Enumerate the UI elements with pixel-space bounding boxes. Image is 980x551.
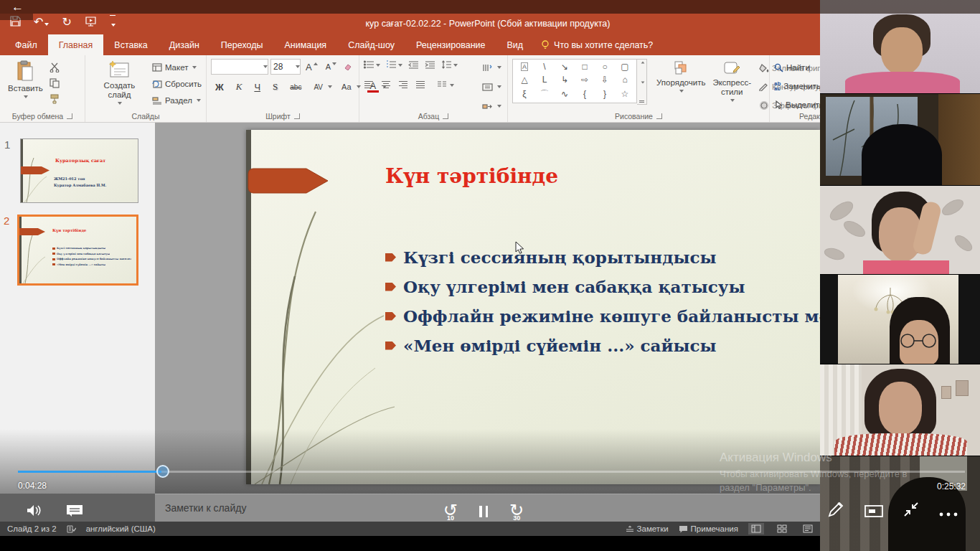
- tell-me-box[interactable]: Что вы хотите сделать?: [534, 34, 660, 55]
- pause-button[interactable]: [479, 506, 488, 517]
- shape-icon[interactable]: ↘: [561, 62, 568, 72]
- tab-file[interactable]: Файл: [4, 34, 48, 55]
- spellcheck-icon[interactable]: [67, 524, 76, 533]
- align-right-button[interactable]: [398, 79, 408, 92]
- increase-indent-button[interactable]: [425, 59, 435, 72]
- underline-button[interactable]: Ч: [251, 81, 263, 93]
- font-name-combo[interactable]: [211, 59, 268, 75]
- new-slide-button[interactable]: Создать слайд: [90, 59, 149, 108]
- arrange-button[interactable]: Упорядочить: [653, 59, 709, 113]
- shape-icon[interactable]: ○: [602, 62, 607, 72]
- reading-view-button[interactable]: [800, 523, 816, 534]
- shapes-gallery-scrollbar[interactable]: [637, 59, 647, 105]
- select-button[interactable]: Выделить: [774, 97, 820, 113]
- current-slide[interactable]: Күн тәртібінде Күзгі сессияның қорытынды…: [246, 130, 820, 484]
- shape-icon[interactable]: ☆: [621, 89, 629, 99]
- rewind-10-button[interactable]: ↺10: [443, 502, 458, 518]
- slide-body-text[interactable]: Күзгі сессияның қорытындысы Оқу үлгерімі…: [385, 242, 820, 360]
- slide1-thumbnail[interactable]: Кураторлық сағат ЖМ21-012 топ Куратор Ал…: [20, 138, 138, 203]
- decrease-indent-button[interactable]: [408, 59, 419, 72]
- quick-styles-button[interactable]: Экспресс-стили: [709, 59, 755, 113]
- tab-design[interactable]: Дизайн: [159, 34, 210, 55]
- italic-button[interactable]: К: [233, 80, 245, 93]
- shrink-font-button[interactable]: А: [323, 62, 339, 72]
- grow-font-button[interactable]: А: [303, 61, 321, 73]
- align-center-button[interactable]: [381, 79, 391, 92]
- cut-button[interactable]: [47, 60, 62, 75]
- character-spacing-button[interactable]: AV: [311, 83, 326, 92]
- section-button[interactable]: Раздел: [152, 93, 202, 108]
- tab-view[interactable]: Вид: [496, 34, 534, 55]
- customize-qat-button[interactable]: [110, 15, 116, 29]
- shape-icon[interactable]: }: [603, 89, 606, 99]
- justify-button[interactable]: [415, 79, 425, 92]
- font-size-combo[interactable]: [270, 59, 301, 75]
- paragraph-dialog-launcher[interactable]: [443, 113, 448, 119]
- back-icon[interactable]: ←: [11, 0, 24, 14]
- start-slideshow-button[interactable]: [85, 16, 97, 29]
- text-shadow-button[interactable]: S: [270, 80, 281, 93]
- numbering-button[interactable]: [386, 59, 397, 72]
- shape-icon[interactable]: ⇩: [601, 75, 608, 85]
- captions-icon[interactable]: [66, 504, 83, 520]
- mini-player-icon[interactable]: [864, 505, 883, 520]
- comments-toggle-button[interactable]: Примечания: [679, 524, 738, 533]
- slide2-thumbnail[interactable]: Күн тәртібінде Күзгі сессияның қорытынды…: [17, 215, 138, 286]
- tab-home[interactable]: Главная: [48, 34, 104, 55]
- shape-icon[interactable]: □: [582, 62, 587, 72]
- find-button[interactable]: Найти: [774, 60, 820, 75]
- participant-video-3[interactable]: [820, 185, 980, 275]
- redo-button[interactable]: ↻: [62, 15, 71, 29]
- shape-icon[interactable]: L: [542, 75, 547, 85]
- reset-button[interactable]: Сбросить: [152, 76, 202, 92]
- tab-review[interactable]: Рецензирование: [405, 34, 496, 55]
- exit-fullscreen-icon[interactable]: [903, 501, 919, 520]
- format-painter-button[interactable]: [47, 92, 62, 106]
- annotate-pencil-icon[interactable]: [827, 501, 844, 521]
- tab-insert[interactable]: Вставка: [103, 34, 158, 55]
- copy-button[interactable]: [47, 76, 62, 90]
- notes-toggle-button[interactable]: Заметки: [626, 524, 669, 533]
- shape-icon[interactable]: △: [521, 75, 527, 85]
- bullets-button[interactable]: [364, 59, 374, 72]
- replace-button[interactable]: abac Заменить: [774, 78, 820, 94]
- layout-button[interactable]: Макет: [152, 60, 202, 75]
- shape-icon[interactable]: A: [521, 62, 528, 71]
- shape-icon[interactable]: ▢: [621, 62, 628, 72]
- normal-view-button[interactable]: [748, 523, 764, 534]
- shape-icon[interactable]: {: [583, 89, 586, 99]
- font-dialog-launcher[interactable]: [294, 113, 300, 119]
- paste-button[interactable]: Вставить: [4, 59, 47, 106]
- align-left-button[interactable]: [364, 79, 374, 92]
- notes-placeholder[interactable]: Заметки к слайду: [165, 502, 246, 514]
- slide-title[interactable]: Күн тәртібінде: [385, 164, 558, 188]
- line-spacing-button[interactable]: [441, 59, 452, 72]
- participant-video-5[interactable]: [820, 364, 980, 456]
- participant-video-4[interactable]: [820, 274, 980, 364]
- forward-30-button[interactable]: ↻30: [509, 502, 524, 518]
- shape-icon[interactable]: ⌂: [622, 75, 627, 85]
- shape-icon[interactable]: ξ: [522, 89, 526, 99]
- shape-icon[interactable]: ⇨: [581, 75, 588, 85]
- speaker-icon[interactable]: [26, 504, 42, 520]
- undo-button[interactable]: ↶: [34, 15, 49, 29]
- align-text-button[interactable]: [482, 79, 501, 95]
- shape-icon[interactable]: ⌒: [540, 88, 549, 100]
- tab-transitions[interactable]: Переходы: [210, 34, 274, 55]
- text-direction-button[interactable]: [482, 60, 501, 75]
- strikethrough-button[interactable]: abc: [287, 83, 304, 92]
- clear-formatting-button[interactable]: [341, 63, 354, 71]
- participant-video-1[interactable]: [820, 0, 980, 93]
- clipboard-dialog-launcher[interactable]: [67, 113, 72, 119]
- tab-animations[interactable]: Анимация: [273, 34, 337, 55]
- tab-slideshow[interactable]: Слайд-шоу: [337, 34, 405, 55]
- notes-pane[interactable]: Заметки к слайду: [0, 494, 820, 522]
- shape-icon[interactable]: ∿: [561, 89, 568, 99]
- language-indicator[interactable]: английский (США): [86, 524, 156, 533]
- slide-sorter-view-button[interactable]: [774, 523, 790, 534]
- change-case-button[interactable]: Аа: [339, 82, 354, 92]
- progress-handle[interactable]: [156, 465, 169, 478]
- participant-video-2[interactable]: [820, 93, 980, 186]
- shape-icon[interactable]: \: [543, 62, 545, 72]
- more-options-icon[interactable]: [939, 507, 958, 519]
